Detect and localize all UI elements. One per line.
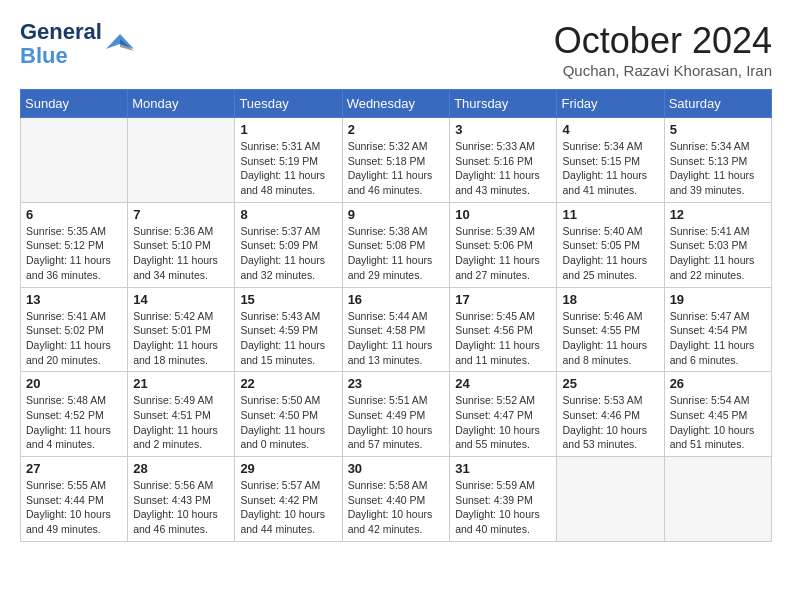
day-info: Sunrise: 5:35 AMSunset: 5:12 PMDaylight:… xyxy=(26,224,122,283)
day-cell: 30Sunrise: 5:58 AMSunset: 4:40 PMDayligh… xyxy=(342,457,450,542)
day-cell: 11Sunrise: 5:40 AMSunset: 5:05 PMDayligh… xyxy=(557,202,664,287)
day-cell: 16Sunrise: 5:44 AMSunset: 4:58 PMDayligh… xyxy=(342,287,450,372)
day-info: Sunrise: 5:58 AMSunset: 4:40 PMDaylight:… xyxy=(348,478,445,537)
day-cell: 26Sunrise: 5:54 AMSunset: 4:45 PMDayligh… xyxy=(664,372,771,457)
logo: GeneralBlue xyxy=(20,20,136,68)
day-info: Sunrise: 5:46 AMSunset: 4:55 PMDaylight:… xyxy=(562,309,658,368)
day-cell: 27Sunrise: 5:55 AMSunset: 4:44 PMDayligh… xyxy=(21,457,128,542)
day-number: 28 xyxy=(133,461,229,476)
day-info: Sunrise: 5:34 AMSunset: 5:13 PMDaylight:… xyxy=(670,139,766,198)
day-number: 17 xyxy=(455,292,551,307)
day-info: Sunrise: 5:31 AMSunset: 5:19 PMDaylight:… xyxy=(240,139,336,198)
week-row-3: 13Sunrise: 5:41 AMSunset: 5:02 PMDayligh… xyxy=(21,287,772,372)
day-number: 12 xyxy=(670,207,766,222)
day-number: 18 xyxy=(562,292,658,307)
page-header: GeneralBlue October 2024 Quchan, Razavi … xyxy=(20,20,772,79)
day-cell: 22Sunrise: 5:50 AMSunset: 4:50 PMDayligh… xyxy=(235,372,342,457)
day-info: Sunrise: 5:55 AMSunset: 4:44 PMDaylight:… xyxy=(26,478,122,537)
day-cell: 17Sunrise: 5:45 AMSunset: 4:56 PMDayligh… xyxy=(450,287,557,372)
logo-text: GeneralBlue xyxy=(20,20,102,68)
day-info: Sunrise: 5:34 AMSunset: 5:15 PMDaylight:… xyxy=(562,139,658,198)
day-info: Sunrise: 5:32 AMSunset: 5:18 PMDaylight:… xyxy=(348,139,445,198)
day-cell: 9Sunrise: 5:38 AMSunset: 5:08 PMDaylight… xyxy=(342,202,450,287)
day-cell: 23Sunrise: 5:51 AMSunset: 4:49 PMDayligh… xyxy=(342,372,450,457)
day-info: Sunrise: 5:59 AMSunset: 4:39 PMDaylight:… xyxy=(455,478,551,537)
day-number: 2 xyxy=(348,122,445,137)
location-subtitle: Quchan, Razavi Khorasan, Iran xyxy=(554,62,772,79)
logo-icon xyxy=(106,29,136,59)
svg-marker-1 xyxy=(120,39,134,51)
day-number: 26 xyxy=(670,376,766,391)
day-info: Sunrise: 5:38 AMSunset: 5:08 PMDaylight:… xyxy=(348,224,445,283)
month-title: October 2024 xyxy=(554,20,772,62)
weekday-header-wednesday: Wednesday xyxy=(342,90,450,118)
day-number: 1 xyxy=(240,122,336,137)
week-row-5: 27Sunrise: 5:55 AMSunset: 4:44 PMDayligh… xyxy=(21,457,772,542)
day-info: Sunrise: 5:44 AMSunset: 4:58 PMDaylight:… xyxy=(348,309,445,368)
day-cell: 31Sunrise: 5:59 AMSunset: 4:39 PMDayligh… xyxy=(450,457,557,542)
day-cell: 21Sunrise: 5:49 AMSunset: 4:51 PMDayligh… xyxy=(128,372,235,457)
day-cell: 15Sunrise: 5:43 AMSunset: 4:59 PMDayligh… xyxy=(235,287,342,372)
weekday-header-monday: Monday xyxy=(128,90,235,118)
day-cell: 18Sunrise: 5:46 AMSunset: 4:55 PMDayligh… xyxy=(557,287,664,372)
week-row-2: 6Sunrise: 5:35 AMSunset: 5:12 PMDaylight… xyxy=(21,202,772,287)
day-cell: 10Sunrise: 5:39 AMSunset: 5:06 PMDayligh… xyxy=(450,202,557,287)
weekday-header-saturday: Saturday xyxy=(664,90,771,118)
day-info: Sunrise: 5:43 AMSunset: 4:59 PMDaylight:… xyxy=(240,309,336,368)
weekday-header-thursday: Thursday xyxy=(450,90,557,118)
day-number: 8 xyxy=(240,207,336,222)
day-cell: 29Sunrise: 5:57 AMSunset: 4:42 PMDayligh… xyxy=(235,457,342,542)
day-cell: 24Sunrise: 5:52 AMSunset: 4:47 PMDayligh… xyxy=(450,372,557,457)
day-cell xyxy=(128,118,235,203)
day-cell: 19Sunrise: 5:47 AMSunset: 4:54 PMDayligh… xyxy=(664,287,771,372)
day-cell: 28Sunrise: 5:56 AMSunset: 4:43 PMDayligh… xyxy=(128,457,235,542)
day-number: 5 xyxy=(670,122,766,137)
day-info: Sunrise: 5:52 AMSunset: 4:47 PMDaylight:… xyxy=(455,393,551,452)
day-info: Sunrise: 5:41 AMSunset: 5:02 PMDaylight:… xyxy=(26,309,122,368)
day-cell xyxy=(664,457,771,542)
day-number: 22 xyxy=(240,376,336,391)
week-row-4: 20Sunrise: 5:48 AMSunset: 4:52 PMDayligh… xyxy=(21,372,772,457)
day-info: Sunrise: 5:49 AMSunset: 4:51 PMDaylight:… xyxy=(133,393,229,452)
day-number: 9 xyxy=(348,207,445,222)
day-number: 11 xyxy=(562,207,658,222)
day-cell: 13Sunrise: 5:41 AMSunset: 5:02 PMDayligh… xyxy=(21,287,128,372)
day-info: Sunrise: 5:47 AMSunset: 4:54 PMDaylight:… xyxy=(670,309,766,368)
day-cell: 5Sunrise: 5:34 AMSunset: 5:13 PMDaylight… xyxy=(664,118,771,203)
day-cell: 8Sunrise: 5:37 AMSunset: 5:09 PMDaylight… xyxy=(235,202,342,287)
day-cell: 7Sunrise: 5:36 AMSunset: 5:10 PMDaylight… xyxy=(128,202,235,287)
day-number: 19 xyxy=(670,292,766,307)
day-cell: 1Sunrise: 5:31 AMSunset: 5:19 PMDaylight… xyxy=(235,118,342,203)
day-number: 25 xyxy=(562,376,658,391)
day-number: 7 xyxy=(133,207,229,222)
day-info: Sunrise: 5:53 AMSunset: 4:46 PMDaylight:… xyxy=(562,393,658,452)
day-number: 14 xyxy=(133,292,229,307)
day-number: 31 xyxy=(455,461,551,476)
day-info: Sunrise: 5:40 AMSunset: 5:05 PMDaylight:… xyxy=(562,224,658,283)
day-cell: 4Sunrise: 5:34 AMSunset: 5:15 PMDaylight… xyxy=(557,118,664,203)
day-cell: 12Sunrise: 5:41 AMSunset: 5:03 PMDayligh… xyxy=(664,202,771,287)
day-number: 16 xyxy=(348,292,445,307)
day-cell: 2Sunrise: 5:32 AMSunset: 5:18 PMDaylight… xyxy=(342,118,450,203)
day-number: 30 xyxy=(348,461,445,476)
day-cell xyxy=(21,118,128,203)
weekday-header-row: SundayMondayTuesdayWednesdayThursdayFrid… xyxy=(21,90,772,118)
day-info: Sunrise: 5:41 AMSunset: 5:03 PMDaylight:… xyxy=(670,224,766,283)
day-info: Sunrise: 5:37 AMSunset: 5:09 PMDaylight:… xyxy=(240,224,336,283)
weekday-header-sunday: Sunday xyxy=(21,90,128,118)
day-number: 10 xyxy=(455,207,551,222)
day-number: 23 xyxy=(348,376,445,391)
day-number: 27 xyxy=(26,461,122,476)
day-cell: 25Sunrise: 5:53 AMSunset: 4:46 PMDayligh… xyxy=(557,372,664,457)
day-number: 3 xyxy=(455,122,551,137)
day-info: Sunrise: 5:45 AMSunset: 4:56 PMDaylight:… xyxy=(455,309,551,368)
calendar-table: SundayMondayTuesdayWednesdayThursdayFrid… xyxy=(20,89,772,542)
day-info: Sunrise: 5:54 AMSunset: 4:45 PMDaylight:… xyxy=(670,393,766,452)
day-number: 15 xyxy=(240,292,336,307)
day-info: Sunrise: 5:57 AMSunset: 4:42 PMDaylight:… xyxy=(240,478,336,537)
day-info: Sunrise: 5:48 AMSunset: 4:52 PMDaylight:… xyxy=(26,393,122,452)
day-number: 24 xyxy=(455,376,551,391)
weekday-header-tuesday: Tuesday xyxy=(235,90,342,118)
day-info: Sunrise: 5:50 AMSunset: 4:50 PMDaylight:… xyxy=(240,393,336,452)
week-row-1: 1Sunrise: 5:31 AMSunset: 5:19 PMDaylight… xyxy=(21,118,772,203)
